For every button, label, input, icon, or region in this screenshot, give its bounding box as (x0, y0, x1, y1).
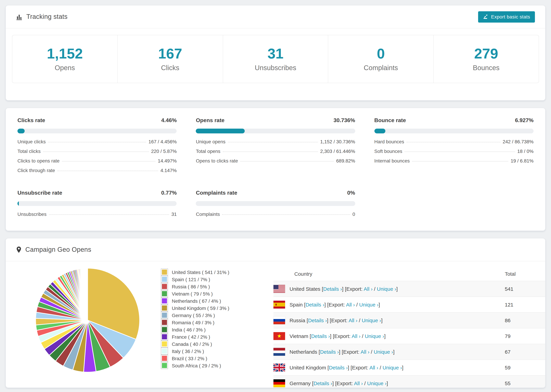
export-unique-link[interactable]: Unique › (362, 317, 381, 323)
export-all-link[interactable]: All › (349, 317, 357, 323)
legend-label: Italy ( 36 / 2% ) (172, 348, 204, 354)
tracking-stats-header: Tracking stats Export basic stats (6, 6, 545, 28)
details-link[interactable]: Details › (320, 349, 339, 355)
export-all-link[interactable]: All › (352, 333, 360, 339)
pie-slice[interactable] (87, 268, 88, 320)
dotted-leader (57, 171, 158, 171)
country-total: 121 (505, 297, 545, 313)
rate-stat-row: Internal bounces 19 / 6.81% (374, 158, 534, 168)
legend-item-netherlands[interactable]: Netherlands ( 67 / 4% ) (161, 297, 242, 304)
legend-item-brazil[interactable]: Brazil ( 33 / 2% ) (161, 355, 242, 362)
legend-item-india[interactable]: India ( 46 / 3% ) (161, 326, 242, 333)
legend-swatch (161, 319, 168, 326)
column-header-total: Total (505, 267, 545, 281)
geo-table-row-netherlands: Netherlands [Details ›] [Export: All › /… (273, 344, 545, 360)
rate-stat-value: 14.497% (158, 158, 177, 163)
country-label: United Kingdom [Details ›] [Export: All … (290, 365, 403, 371)
export-unique-link[interactable]: Unique › (374, 349, 393, 355)
dotted-leader (412, 161, 508, 161)
details-link[interactable]: Details › (313, 380, 332, 386)
rate-percent: 30.736% (333, 117, 355, 124)
legend-swatch (161, 304, 168, 312)
dotted-leader (228, 142, 318, 142)
rate-progress-bar (196, 201, 355, 206)
export-all-link[interactable]: All › (346, 302, 355, 308)
summary-stat-clicks: 167 Clicks (117, 35, 223, 83)
geo-table-header-row: Country Total (273, 267, 545, 281)
export-all-link[interactable]: All › (369, 365, 378, 371)
export-all-link[interactable]: All › (360, 349, 369, 355)
legend-item-canada[interactable]: Canada ( 40 / 2% ) (161, 340, 242, 348)
rates-grid: Clicks rate 4.46% Unique clicks 167 / 4.… (6, 108, 545, 231)
export-unique-link[interactable]: Unique › (367, 380, 387, 386)
rate-stat-value: 1,152 / 30.736% (320, 139, 355, 144)
legend-item-russia[interactable]: Russia ( 86 / 5% ) (161, 283, 242, 290)
summary-stat-opens: 1,152 Opens (12, 35, 117, 83)
rate-stat-row: Unique opens 1,152 / 30.736% (196, 139, 355, 148)
stat-label: Complaints (364, 64, 398, 72)
page: Tracking stats Export basic stats 1,152 … (0, 0, 551, 392)
details-link[interactable]: Details › (311, 333, 330, 339)
rate-progress-bar (17, 201, 177, 206)
legend-item-romania[interactable]: Romania ( 49 / 3% ) (161, 319, 242, 326)
legend-item-germany[interactable]: Germany ( 55 / 3% ) (161, 312, 242, 319)
geo-table-row-united-states: United States [Details ›] [Export: All ›… (273, 281, 545, 297)
legend-swatch (161, 276, 168, 283)
legend-item-spain[interactable]: Spain ( 121 / 7% ) (161, 276, 242, 283)
summary-stat-unsubscribes: 31 Unsubscribes (223, 35, 328, 83)
export-unique-link[interactable]: Unique › (377, 286, 396, 292)
legend-swatch (161, 283, 168, 290)
details-link[interactable]: Details › (323, 286, 342, 292)
rate-stat-label: Hard bounces (374, 139, 404, 144)
legend-swatch (161, 290, 168, 297)
rate-progress-bar (374, 129, 534, 133)
rate-stat-value: 31 (171, 211, 177, 217)
legend-item-italy[interactable]: Italy ( 36 / 2% ) (161, 348, 242, 355)
export-unique-link[interactable]: Unique › (359, 302, 379, 308)
rate-head: Opens rate 30.736% (196, 117, 355, 124)
dotted-leader (222, 215, 350, 215)
legend-item-south-africa[interactable]: South Africa ( 29 / 2% ) (161, 362, 242, 369)
country-label: Netherlands [Details ›] [Export: All › /… (290, 349, 395, 355)
rate-stat-row: Clicks to opens rate 14.497% (17, 158, 177, 168)
legend-swatch (161, 355, 168, 362)
rate-stat-label: Internal bounces (374, 158, 410, 163)
legend-label: Russia ( 86 / 5% ) (172, 284, 210, 289)
rate-progress-fill (196, 129, 245, 133)
details-link[interactable]: Details › (305, 302, 324, 308)
legend-item-united-kingdom[interactable]: United Kingdom ( 59 / 3% ) (161, 304, 242, 312)
legend-swatch (161, 268, 168, 276)
export-all-link[interactable]: All › (354, 380, 363, 386)
summary-stat-bounces: 279 Bounces (433, 35, 539, 83)
export-basic-stats-button[interactable]: Export basic stats (478, 11, 535, 22)
geo-table-row-spain: Spain [Details ›] [Export: All › / Uniqu… (273, 297, 545, 313)
dotted-leader (49, 215, 169, 215)
export-unique-link[interactable]: Unique › (383, 365, 402, 371)
rate-progress-fill (374, 129, 385, 133)
details-link[interactable]: Details › (329, 365, 348, 371)
country-label: Vietnam [Details ›] [Export: All › / Uni… (290, 333, 386, 339)
legend-item-vietnam[interactable]: Vietnam ( 79 / 5% ) (161, 290, 242, 297)
details-link[interactable]: Details › (308, 317, 327, 323)
rate-stat-label: Unsubscribes (17, 211, 47, 217)
legend-item-united-states[interactable]: United States ( 541 / 31% ) (161, 268, 242, 276)
country-cell: Germany [Details ›] [Export: All › / Uni… (273, 379, 505, 387)
export-unique-link[interactable]: Unique › (365, 333, 384, 339)
stat-label: Opens (55, 64, 75, 72)
rate-title: Clicks rate (17, 117, 45, 124)
geo-table-row-germany: Germany [Details ›] [Export: All › / Uni… (273, 375, 545, 388)
rate-stat-value: 0 (353, 211, 355, 217)
rate-stat-row: Total clicks 220 / 5.87% (17, 148, 177, 158)
rate-head: Bounce rate 6.927% (374, 117, 534, 124)
rate-stat-value: 19 / 6.81% (511, 158, 534, 163)
export-all-link[interactable]: All › (364, 286, 373, 292)
rate-percent: 0.77% (161, 189, 177, 196)
tracking-stats-card: Tracking stats Export basic stats 1,152 … (6, 5, 545, 101)
legend-label: Romania ( 49 / 3% ) (172, 320, 214, 325)
rate-progress-bar (196, 129, 355, 133)
dotted-leader (43, 152, 149, 152)
geo-pie-chart[interactable] (35, 267, 141, 373)
rate-stat-label: Clicks to opens rate (17, 158, 60, 163)
legend-item-france[interactable]: France ( 42 / 2% ) (161, 333, 242, 340)
legend-swatch (161, 297, 168, 304)
